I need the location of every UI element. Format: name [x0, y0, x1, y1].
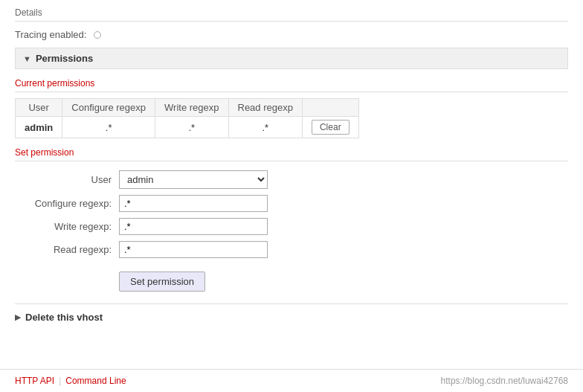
configure-input[interactable]	[119, 195, 268, 212]
set-permission-button[interactable]: Set permission	[119, 271, 205, 292]
permissions-table: User Configure regexp Write regexp Read …	[15, 98, 359, 138]
read-form-label: Read regexp:	[15, 244, 112, 255]
col-configure: Configure regexp	[62, 99, 155, 117]
write-form-label: Write regexp:	[15, 221, 112, 232]
delete-section: ▶ Delete this vhost	[15, 303, 568, 323]
footer-left: HTTP API | Command Line	[15, 376, 126, 386]
delete-arrow-icon: ▶	[15, 312, 21, 322]
user-form-label: User	[15, 174, 112, 185]
write-input[interactable]	[119, 218, 268, 235]
write-cell: .*	[155, 117, 228, 138]
read-cell: .*	[228, 117, 302, 138]
footer-separator: |	[59, 376, 61, 386]
clear-button[interactable]: Clear	[312, 120, 350, 135]
http-api-link[interactable]: HTTP API	[15, 376, 54, 386]
permissions-title: Permissions	[36, 53, 93, 64]
set-permission-title: Set permission	[15, 147, 568, 161]
configure-form-label: Configure regexp:	[15, 198, 112, 209]
col-action	[302, 99, 358, 117]
details-title: Details	[15, 7, 568, 22]
configure-cell: .*	[62, 117, 155, 138]
command-line-link[interactable]: Command Line	[65, 376, 126, 386]
action-cell: Clear	[302, 117, 358, 138]
table-row: admin .* .* .* Clear	[16, 117, 359, 138]
tracing-toggle[interactable]	[94, 31, 101, 39]
permissions-arrow-icon: ▼	[23, 54, 31, 63]
user-select[interactable]: admin	[119, 170, 268, 189]
current-permissions-title: Current permissions	[15, 78, 568, 92]
col-user: User	[16, 99, 62, 117]
user-cell: admin	[16, 117, 62, 138]
footer-url: https://blog.csdn.net/luwai42768	[441, 376, 568, 386]
col-write: Write regexp	[155, 99, 228, 117]
delete-title: Delete this vhost	[25, 312, 103, 323]
permissions-header[interactable]: ▼ Permissions	[15, 48, 568, 69]
footer: HTTP API | Command Line https://blog.csd…	[0, 369, 583, 392]
tracing-label: Tracing enabled:	[15, 29, 86, 40]
delete-header[interactable]: ▶ Delete this vhost	[15, 312, 568, 323]
col-read: Read regexp	[228, 99, 302, 117]
read-input[interactable]	[119, 241, 268, 258]
